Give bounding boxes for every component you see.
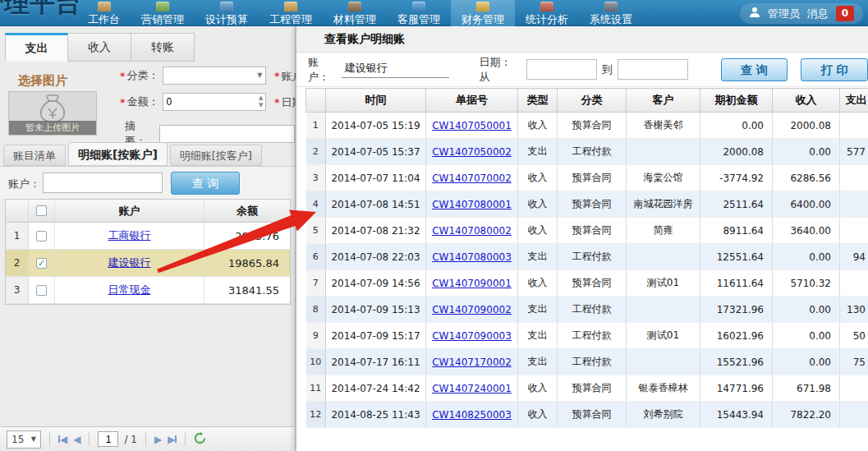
type-cell: 支出 [518, 297, 558, 323]
doc-link[interactable]: CW1407050001 [432, 120, 512, 131]
doc-link[interactable]: CW1407080002 [432, 225, 512, 237]
account-link[interactable]: 日常现金 [108, 283, 151, 297]
accounts-table-header: 账户 余额 [6, 200, 290, 223]
image-upload-box[interactable]: 暂未上传图片 [8, 91, 97, 136]
doc-number-link[interactable]: CW1407080002 [426, 218, 518, 244]
income-cell: 3640.00 [773, 218, 840, 244]
dialog-print-button[interactable]: 打 印 [801, 58, 868, 81]
nav-item-finance[interactable]: 财务管理 [451, 0, 515, 26]
row-checkbox[interactable] [36, 285, 47, 296]
refresh-button[interactable] [194, 432, 206, 447]
doc-number-link[interactable]: CW1407240001 [426, 375, 518, 402]
opening-balance-cell: 11611.64 [700, 270, 773, 297]
next-page-button[interactable]: ▶ [154, 434, 162, 445]
user-area: 管理员 消息 0 [740, 3, 863, 24]
last-page-button[interactable]: ▶ [168, 434, 177, 445]
nav-item-marketing[interactable]: 营销管理 [131, 0, 195, 26]
doc-number-link[interactable]: CW1407070002 [426, 165, 518, 191]
user-name[interactable]: 管理员 [768, 7, 800, 21]
select-all-checkbox[interactable] [36, 205, 47, 216]
detail-row: 72014-07-09 14:56CW1407090001收入预算合同测试011… [306, 270, 868, 297]
doc-link[interactable]: CW1407240001 [432, 383, 512, 394]
workbench-icon [98, 2, 111, 12]
subtab-明细账[按账户][interactable]: 明细账[按账户] [68, 142, 168, 166]
dialog-account-value[interactable]: 建设银行 [342, 61, 450, 78]
messages-link[interactable]: 消息 [807, 7, 829, 21]
doc-link[interactable]: CW1407080001 [432, 199, 512, 210]
image-placeholder-text: 暂未上传图片 [9, 121, 96, 135]
doc-link[interactable]: CW1407090002 [432, 304, 512, 315]
nav-item-materials[interactable]: 材料管理 [323, 0, 387, 26]
prev-page-button[interactable]: ◀ [73, 434, 80, 445]
doc-number-link[interactable]: CW1408250003 [426, 402, 518, 428]
income-cell: 671.98 [773, 375, 840, 402]
page-number-input[interactable] [98, 431, 118, 447]
nav-item-design-budget[interactable]: 设计预算 [195, 0, 259, 26]
opening-balance-cell: 2511.64 [700, 191, 773, 218]
doc-number-link[interactable]: CW1407080003 [426, 244, 518, 270]
opening-balance-cell: 15443.94 [700, 402, 773, 428]
category-cell: 预算合同 [558, 191, 627, 218]
customer-cell: 简雍 [627, 218, 700, 244]
tab-收入[interactable]: 收入 [68, 33, 131, 62]
row-checkbox[interactable] [36, 231, 47, 242]
messages-count-badge[interactable]: 0 [836, 6, 854, 21]
doc-number-link[interactable]: CW1407090002 [426, 297, 518, 323]
doc-link[interactable]: CW1407080003 [432, 251, 512, 263]
entry-tabs: 支出收入转账 [5, 33, 195, 62]
row-checkbox-checked[interactable]: ✓ [36, 258, 47, 269]
account-query-input[interactable] [43, 173, 163, 193]
nav-item-engineering[interactable]: 工程管理 [259, 0, 323, 26]
doc-number-link[interactable]: CW1407090003 [426, 323, 518, 349]
doc-number-link[interactable]: CW1407170002 [426, 349, 518, 375]
doc-link[interactable]: CW1408250003 [432, 409, 512, 421]
summary-input[interactable] [159, 125, 295, 143]
nav-item-customer-service[interactable]: 客服管理 [387, 0, 451, 26]
col-header: 时间 [326, 89, 426, 113]
chevron-down-icon: ▼ [31, 435, 36, 443]
doc-link[interactable]: CW1407050002 [432, 146, 512, 158]
detail-row: 62014-07-08 22:03CW1407080003支出工程付款12551… [306, 244, 868, 270]
amount-input[interactable] [163, 94, 265, 110]
doc-number-link[interactable]: CW1407080001 [426, 191, 518, 218]
first-page-button[interactable]: ◀ [58, 434, 67, 445]
amount-label: 金额： [127, 94, 159, 109]
col-header: 类型 [518, 89, 558, 113]
nav-item-label: 工程管理 [269, 12, 312, 26]
opening-balance-cell: 14771.96 [700, 375, 773, 402]
doc-link[interactable]: CW1407170002 [432, 357, 512, 368]
subtab-明细账[按客户][interactable]: 明细账[按客户] [170, 145, 262, 166]
dialog-title: 查看账户明细账 [296, 26, 868, 53]
doc-link[interactable]: CW1407070002 [432, 173, 512, 184]
account-link[interactable]: 建设银行 [108, 255, 151, 270]
row-number: 8 [306, 297, 326, 323]
account-link[interactable]: 工商银行 [108, 228, 151, 243]
doc-number-link[interactable]: CW1407050002 [426, 139, 518, 165]
stepper-arrows-icon[interactable]: ▲▼ [259, 94, 263, 109]
expense-cell [840, 402, 868, 428]
subtab-账目清单[interactable]: 账目清单 [3, 145, 66, 166]
doc-number-link[interactable]: CW1407090001 [426, 270, 518, 297]
date-from-input[interactable] [526, 59, 597, 80]
account-query-bar: 账户： 查 询 [0, 166, 295, 199]
dialog-query-button[interactable]: 查 询 [721, 58, 788, 81]
nav-item-system-settings[interactable]: 系统设置 [579, 0, 643, 26]
amount-stepper[interactable]: ▲▼ [163, 93, 266, 111]
tab-转账[interactable]: 转账 [131, 33, 195, 62]
account-query-button[interactable]: 查 询 [171, 172, 240, 195]
account-balance: 2915.76 [204, 230, 290, 242]
date-to-input[interactable] [618, 59, 688, 80]
doc-link[interactable]: CW1407090003 [432, 330, 512, 342]
opening-balance-cell: -3774.92 [700, 165, 773, 191]
page-size-select[interactable]: 15▼ [7, 430, 41, 449]
doc-link[interactable]: CW1407090001 [432, 278, 512, 289]
nav-item-statistics[interactable]: 统计分析 [515, 0, 579, 26]
user-icon [749, 7, 760, 21]
doc-number-link[interactable]: CW1407050001 [426, 113, 518, 139]
time-cell: 2014-07-05 15:37 [326, 139, 426, 165]
category-select[interactable]: ▼ [163, 67, 266, 85]
tab-支出[interactable]: 支出 [5, 33, 68, 62]
nav-item-workbench[interactable]: 工作台 [77, 0, 131, 26]
category-cell: 工程付款 [558, 323, 627, 349]
nav-item-label: 客服管理 [397, 12, 440, 26]
